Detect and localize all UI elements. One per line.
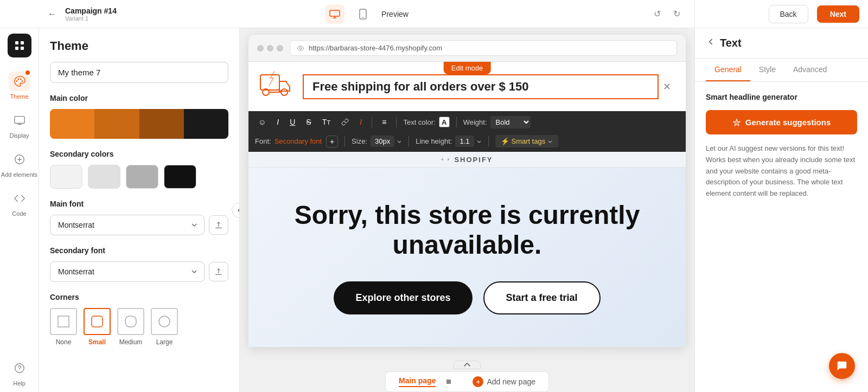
- tab-main-page[interactable]: Main page: [399, 376, 436, 387]
- add-new-page-btn[interactable]: + Add new page: [473, 376, 535, 387]
- chat-icon: [836, 360, 848, 372]
- mobile-device-btn[interactable]: [353, 4, 373, 24]
- secondary-colors-label: Secondary colors: [50, 150, 228, 158]
- sidebar-item-help[interactable]: Help: [0, 353, 39, 392]
- sec-swatch-2[interactable]: [88, 165, 120, 189]
- campaign-name: Campaign #14: [65, 7, 117, 15]
- browser-mock: https://barbaras-store-4476.myshopify.co…: [248, 35, 686, 347]
- main-color-label: Main color: [50, 94, 228, 102]
- generate-suggestions-btn[interactable]: Generate suggestions: [706, 110, 857, 134]
- color-swatch-2[interactable]: [94, 109, 139, 139]
- color-swatch-4[interactable]: [184, 109, 228, 139]
- tab-advanced[interactable]: Advanced: [784, 59, 835, 81]
- start-trial-btn[interactable]: Start a free trial: [483, 281, 601, 314]
- superscript-btn[interactable]: TT: [319, 115, 334, 128]
- svg-rect-17: [159, 316, 170, 327]
- collapse-up-btn[interactable]: [454, 361, 481, 369]
- tab-style[interactable]: Style: [750, 59, 784, 81]
- chat-bubble-btn[interactable]: [829, 353, 855, 379]
- sec-swatch-3[interactable]: [126, 165, 158, 189]
- line-height-label: Line height:: [416, 137, 452, 145]
- secondary-font-section: Secondary font Montserrat: [50, 246, 228, 282]
- selected-text-box[interactable]: Free shipping for all orders over $ 150: [303, 74, 659, 99]
- redo-btn[interactable]: ↻: [668, 5, 686, 23]
- toolbar2-divider: [344, 136, 345, 147]
- font-group: Font: Secondary font: [255, 137, 322, 145]
- font-label: Font:: [255, 137, 271, 145]
- svg-rect-15: [92, 316, 103, 327]
- back-arrow-icon[interactable]: ←: [48, 9, 56, 19]
- emoji-btn[interactable]: ☺: [255, 115, 269, 128]
- right-panel-body: Smart headline generator Generate sugges…: [695, 82, 868, 392]
- svg-point-21: [281, 89, 288, 95]
- toolbar-divider: [372, 117, 372, 127]
- shipping-text: Free shipping for all orders over $ 150: [312, 80, 529, 93]
- corners-label: Corners: [50, 293, 228, 301]
- svg-rect-4: [21, 41, 24, 44]
- toolbar2-divider2: [409, 136, 409, 147]
- size-label: Size:: [352, 137, 367, 145]
- collapse-panel-btn[interactable]: [232, 203, 240, 218]
- weight-select[interactable]: Bold Normal: [490, 116, 531, 128]
- corner-small[interactable]: Small: [84, 308, 111, 346]
- smart-tags-btn[interactable]: ⚡ Smart tags: [495, 135, 559, 147]
- main-font-upload-btn[interactable]: [209, 215, 228, 235]
- desktop-device-btn[interactable]: [325, 4, 344, 24]
- sidebar-icons: Theme Display Add elements: [0, 28, 39, 392]
- color-swatch-1[interactable]: [50, 109, 94, 139]
- truck-icon: [259, 70, 292, 102]
- italic-btn[interactable]: I: [273, 115, 282, 128]
- address-bar[interactable]: https://barbaras-store-4476.myshopify.co…: [290, 40, 677, 56]
- right-panel-back-btn[interactable]: [706, 37, 716, 49]
- svg-point-10: [21, 80, 23, 82]
- sidebar-theme-label: Theme: [10, 93, 28, 100]
- eye-icon: [297, 44, 304, 52]
- corner-large[interactable]: Large: [151, 308, 178, 346]
- corner-large-label: Large: [156, 338, 173, 346]
- strikethrough-btn[interactable]: S: [303, 115, 314, 128]
- secondary-font-select[interactable]: Montserrat: [50, 261, 205, 282]
- size-group: Size: 30px: [352, 136, 402, 147]
- secondary-font-upload-btn[interactable]: [209, 262, 228, 281]
- size-value[interactable]: 30px: [371, 136, 394, 147]
- text-color-picker[interactable]: A: [439, 117, 450, 127]
- size-chevron-icon: [397, 139, 402, 144]
- secondary-color-swatches: [50, 165, 228, 189]
- preview-area: https://barbaras-store-4476.myshopify.co…: [240, 28, 694, 392]
- line-height-value[interactable]: 1.1: [455, 136, 474, 147]
- add-font-btn[interactable]: +: [326, 136, 338, 147]
- undo-btn[interactable]: ↺: [649, 5, 666, 23]
- smart-tags-chevron-icon: [547, 139, 553, 144]
- right-panel: Text General Style Advanced Smart headli…: [694, 28, 868, 392]
- sidebar-item-display[interactable]: Display: [0, 105, 39, 144]
- tab-general[interactable]: General: [706, 59, 750, 81]
- store-unavailable-section: Sorry, this store is currently unavailab…: [248, 168, 686, 347]
- main-font-select[interactable]: Montserrat: [50, 215, 205, 235]
- sidebar-item-theme[interactable]: Theme: [0, 66, 39, 105]
- sec-swatch-4[interactable]: [164, 165, 196, 189]
- explore-stores-btn[interactable]: Explore other stores: [334, 281, 472, 314]
- theme-name-input[interactable]: [50, 62, 228, 83]
- add-page-icon: +: [473, 376, 483, 387]
- text-color-group: Text color: A: [403, 117, 449, 127]
- corner-medium[interactable]: Medium: [117, 308, 144, 346]
- next-button[interactable]: Next: [817, 5, 859, 23]
- close-selected-text-btn[interactable]: ✕: [659, 79, 675, 95]
- color-swatch-3[interactable]: [139, 109, 184, 139]
- sec-swatch-1[interactable]: [50, 165, 82, 189]
- align-btn[interactable]: ≡: [379, 115, 390, 128]
- back-button[interactable]: Back: [769, 5, 808, 23]
- toolbar-divider3: [456, 117, 457, 127]
- sidebar-item-code[interactable]: Code: [0, 183, 39, 222]
- corner-none[interactable]: None: [50, 308, 77, 346]
- browser-dot-1: [257, 45, 264, 52]
- link-btn[interactable]: [338, 116, 352, 128]
- underline-btn[interactable]: U: [286, 115, 298, 128]
- toolbar-divider2: [396, 117, 397, 127]
- corner-medium-label: Medium: [119, 338, 143, 346]
- sidebar-item-add-elements[interactable]: Add elements: [0, 144, 39, 183]
- italic2-btn[interactable]: I: [356, 115, 365, 128]
- bottom-tabs: Main page + Add new page: [240, 362, 694, 392]
- main-color-swatches[interactable]: [50, 109, 228, 139]
- browser-content: Edit mode: [248, 62, 686, 347]
